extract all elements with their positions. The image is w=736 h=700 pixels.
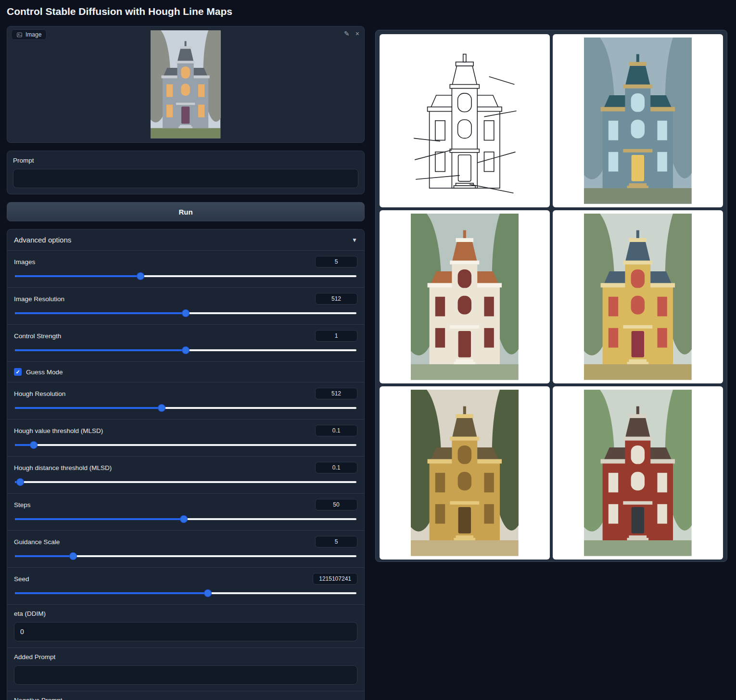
gallery-item-result-white-victorian[interactable] (380, 210, 550, 383)
slider-guidance-scale: Guidance Scale 5 (7, 531, 364, 567)
slider-hough-distance-threshold: Hough distance threshold (MLSD) 0.1 (7, 457, 364, 493)
advanced-options-title: Advanced options (14, 236, 71, 244)
slider-value-input[interactable]: 512 (315, 293, 357, 305)
slider-track[interactable] (15, 349, 356, 351)
slider-label: Images (14, 258, 35, 266)
house-image (584, 390, 692, 556)
gallery-item-result-yellow-blue-house[interactable] (553, 210, 723, 383)
slider-label: Guidance Scale (14, 538, 60, 546)
edit-image-button[interactable]: ✎ (344, 30, 350, 37)
eta-input[interactable] (14, 622, 357, 641)
slider-value-input[interactable]: 1215107241 (313, 573, 357, 585)
advanced-options-panel: Advanced options ▼ Images 5 Image Resolu… (7, 229, 365, 700)
slider-value-input[interactable]: 1 (315, 330, 357, 342)
eta-label: eta (DDIM) (14, 610, 357, 617)
input-column: Image ✎ × (7, 26, 365, 700)
house-image (584, 38, 692, 204)
prompt-input[interactable] (13, 169, 358, 188)
added-prompt-field: Added Prompt (7, 648, 364, 691)
slider-seed: Seed 1215107241 (7, 568, 364, 604)
gallery-item-result-red-brick-house[interactable] (553, 386, 723, 560)
image-upload-panel[interactable]: Image ✎ × (7, 26, 365, 143)
slider-value-input[interactable]: 50 (315, 499, 357, 510)
slider-track[interactable] (15, 444, 356, 446)
negative-prompt-field: Negative Prompt (7, 691, 364, 700)
slider-value-input[interactable]: 512 (315, 388, 357, 399)
slider-handle[interactable] (158, 405, 165, 411)
slider-handle[interactable] (182, 310, 189, 317)
slider-track[interactable] (15, 407, 356, 409)
slider-value-input[interactable]: 5 (315, 256, 357, 267)
page-title: Control Stable Diffusion with Hough Line… (7, 6, 232, 17)
advanced-options-header[interactable]: Advanced options ▼ (7, 229, 364, 250)
slider-track[interactable] (15, 592, 356, 594)
image-label: Image (25, 31, 41, 38)
prompt-label: Prompt (13, 157, 358, 164)
slider-track[interactable] (15, 275, 356, 277)
gallery-item-hough-line-map[interactable] (380, 34, 550, 207)
slider-label: Hough Resolution (14, 390, 65, 397)
slider-images: Images 5 (7, 251, 364, 287)
house-image (411, 390, 519, 556)
house-image (411, 38, 519, 204)
added-prompt-input[interactable] (14, 665, 357, 685)
slider-label: Hough distance threshold (MLSD) (14, 464, 112, 471)
slider-label: Hough value threshold (MLSD) (14, 427, 103, 434)
slider-handle[interactable] (70, 553, 76, 560)
slider-value-input[interactable]: 0.1 (315, 425, 357, 436)
slider-label: Steps (14, 501, 31, 509)
slider-label: Seed (14, 575, 29, 583)
guess-mode-row[interactable]: ✓ Guess Mode (7, 362, 364, 382)
chevron-down-icon: ▼ (352, 237, 357, 243)
slider-track[interactable] (15, 481, 356, 483)
image-icon (16, 32, 23, 38)
gallery-grid (380, 34, 723, 558)
slider-track[interactable] (15, 312, 356, 314)
slider-handle[interactable] (182, 347, 189, 354)
slider-label: Control Strength (14, 332, 61, 340)
slider-track[interactable] (15, 555, 356, 557)
gallery-item-result-blue-victorian[interactable] (553, 34, 723, 207)
clear-image-button[interactable]: × (355, 30, 359, 37)
guess-mode-label: Guess Mode (26, 369, 63, 376)
output-gallery (375, 30, 727, 562)
slider-image-resolution: Image Resolution 512 (7, 288, 364, 324)
added-prompt-label: Added Prompt (14, 653, 357, 661)
prompt-panel: Prompt (7, 151, 365, 194)
slider-track[interactable] (15, 518, 356, 520)
slider-handle[interactable] (30, 442, 37, 448)
house-image (411, 214, 519, 380)
close-icon: × (355, 30, 359, 38)
house-image (584, 214, 692, 380)
slider-handle[interactable] (17, 479, 24, 485)
house-image (151, 30, 220, 138)
image-label-chip: Image (11, 29, 47, 40)
slider-handle[interactable] (204, 590, 211, 597)
slider-steps: Steps 50 (7, 494, 364, 530)
slider-handle[interactable] (137, 273, 144, 280)
slider-value-input[interactable]: 5 (315, 536, 357, 547)
slider-value-input[interactable]: 0.1 (315, 462, 357, 473)
slider-label: Image Resolution (14, 295, 64, 303)
eta-field: eta (DDIM) (7, 605, 364, 648)
slider-hough-value-threshold: Hough value threshold (MLSD) 0.1 (7, 420, 364, 456)
slider-hough-resolution: Hough Resolution 512 (7, 382, 364, 419)
run-button[interactable]: Run (7, 202, 365, 221)
negative-prompt-label: Negative Prompt (14, 697, 357, 700)
pencil-icon: ✎ (344, 30, 350, 38)
gallery-item-result-ochre-house[interactable] (380, 386, 550, 560)
input-image (7, 26, 364, 142)
check-icon: ✓ (15, 369, 20, 375)
input-image-preview[interactable] (151, 28, 220, 141)
guess-mode-checkbox[interactable]: ✓ (14, 368, 22, 376)
slider-control-strength: Control Strength 1 (7, 325, 364, 361)
slider-handle[interactable] (180, 516, 187, 522)
